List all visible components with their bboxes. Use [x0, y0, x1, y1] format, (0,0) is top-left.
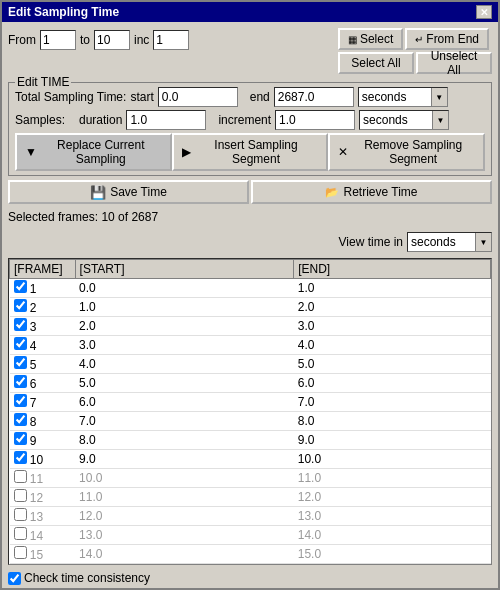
row-start: 3.0: [75, 336, 294, 355]
row-end: 9.0: [294, 431, 491, 450]
close-button[interactable]: ✕: [476, 5, 492, 19]
row-check-cell[interactable]: 11: [10, 469, 76, 488]
row-check-cell[interactable]: 7: [10, 393, 76, 412]
row-check-cell[interactable]: 3: [10, 317, 76, 336]
select-icon: ▦: [348, 34, 357, 45]
table-row[interactable]: 98.09.0: [10, 431, 491, 450]
row-check-cell[interactable]: 9: [10, 431, 76, 450]
view-unit-dropdown[interactable]: seconds ▼: [407, 232, 492, 252]
start-input[interactable]: [158, 87, 238, 107]
row-check-cell[interactable]: 5: [10, 355, 76, 374]
row-start: 2.0: [75, 317, 294, 336]
consistency-label: Check time consistency: [24, 571, 150, 585]
action-row: ▼ Replace Current Sampling ▶ Insert Samp…: [15, 133, 485, 171]
row-checkbox[interactable]: [14, 413, 27, 426]
row-checkbox[interactable]: [14, 394, 27, 407]
table-row[interactable]: 109.010.0: [10, 450, 491, 469]
increment-input[interactable]: [275, 110, 355, 130]
from-end-button[interactable]: ↵ From End: [405, 28, 489, 50]
table-row[interactable]: 54.05.0: [10, 355, 491, 374]
table-row[interactable]: 1312.013.0: [10, 507, 491, 526]
row-end: 4.0: [294, 336, 491, 355]
row-checkbox[interactable]: [14, 489, 27, 502]
row-start: 10.0: [75, 469, 294, 488]
table-row[interactable]: 10.01.0: [10, 279, 491, 298]
table-row[interactable]: 1514.015.0: [10, 545, 491, 564]
row-checkbox[interactable]: [14, 527, 27, 540]
table-row[interactable]: 1413.014.0: [10, 526, 491, 545]
row-start: 8.0: [75, 431, 294, 450]
start-label: start: [130, 90, 153, 104]
col-start: [START]: [75, 260, 294, 279]
row-check-cell[interactable]: 13: [10, 507, 76, 526]
row-check-cell[interactable]: 12: [10, 488, 76, 507]
retrieve-time-button[interactable]: 📂 Retrieve Time: [251, 180, 492, 204]
row-end: 6.0: [294, 374, 491, 393]
insert-sampling-button[interactable]: ▶ Insert Sampling Segment: [172, 133, 329, 171]
row-checkbox[interactable]: [14, 356, 27, 369]
row-frame: 4: [27, 339, 37, 353]
row-checkbox[interactable]: [14, 451, 27, 464]
row-checkbox[interactable]: [14, 375, 27, 388]
inc-input[interactable]: [153, 30, 189, 50]
row-check-cell[interactable]: 8: [10, 412, 76, 431]
frames-table[interactable]: [FRAME] [START] [END] 10.01.0 21.02.0 32…: [8, 258, 492, 565]
row-check-cell[interactable]: 6: [10, 374, 76, 393]
row-end: 14.0: [294, 526, 491, 545]
consistency-check-label[interactable]: Check time consistency: [8, 571, 150, 585]
replace-icon: ▼: [25, 145, 37, 159]
row-frame: 1: [27, 282, 37, 296]
row-check-cell[interactable]: 15: [10, 545, 76, 564]
remove-icon: ✕: [338, 145, 348, 159]
row-frame: 11: [27, 472, 44, 486]
row-checkbox[interactable]: [14, 318, 27, 331]
view-unit-arrow[interactable]: ▼: [475, 233, 491, 251]
row-checkbox[interactable]: [14, 470, 27, 483]
inc-label: inc: [134, 33, 149, 47]
row-checkbox[interactable]: [14, 337, 27, 350]
row-frame: 5: [27, 358, 37, 372]
remove-sampling-button[interactable]: ✕ Remove Sampling Segment: [328, 133, 485, 171]
inc-unit-dropdown[interactable]: seconds ▼: [359, 110, 449, 130]
table-row[interactable]: 21.02.0: [10, 298, 491, 317]
row-check-cell[interactable]: 1: [10, 279, 76, 298]
table-row[interactable]: 32.03.0: [10, 317, 491, 336]
table-row[interactable]: 43.04.0: [10, 336, 491, 355]
row-checkbox[interactable]: [14, 432, 27, 445]
end-unit-arrow[interactable]: ▼: [431, 88, 447, 106]
duration-input[interactable]: [126, 110, 206, 130]
select-all-button[interactable]: Select All: [338, 52, 414, 74]
from-input[interactable]: [40, 30, 76, 50]
row-end: 3.0: [294, 317, 491, 336]
row-checkbox[interactable]: [14, 280, 27, 293]
row-checkbox[interactable]: [14, 299, 27, 312]
retrieve-icon: 📂: [325, 186, 339, 199]
consistency-checkbox[interactable]: [8, 572, 21, 585]
row-check-cell[interactable]: 4: [10, 336, 76, 355]
end-input[interactable]: [274, 87, 354, 107]
row-check-cell[interactable]: 10: [10, 450, 76, 469]
unselect-all-button[interactable]: Unselect All: [416, 52, 492, 74]
table-row[interactable]: 76.07.0: [10, 393, 491, 412]
replace-sampling-button[interactable]: ▼ Replace Current Sampling: [15, 133, 172, 171]
row-checkbox[interactable]: [14, 508, 27, 521]
table-row[interactable]: 65.06.0: [10, 374, 491, 393]
table-row[interactable]: 1211.012.0: [10, 488, 491, 507]
select-button[interactable]: ▦ Select: [338, 28, 403, 50]
row-start: 1.0: [75, 298, 294, 317]
row-start: 11.0: [75, 488, 294, 507]
window-title: Edit Sampling Time: [8, 5, 119, 19]
row-check-cell[interactable]: 14: [10, 526, 76, 545]
row-start: 4.0: [75, 355, 294, 374]
row-check-cell[interactable]: 2: [10, 298, 76, 317]
table-row[interactable]: 1110.011.0: [10, 469, 491, 488]
inc-unit-arrow[interactable]: ▼: [432, 111, 448, 129]
row-start: 5.0: [75, 374, 294, 393]
view-time-row: View time in seconds ▼: [8, 230, 492, 254]
end-unit-dropdown[interactable]: seconds ▼: [358, 87, 448, 107]
table-row[interactable]: 87.08.0: [10, 412, 491, 431]
row-checkbox[interactable]: [14, 546, 27, 559]
save-time-button[interactable]: 💾 Save Time: [8, 180, 249, 204]
to-input[interactable]: [94, 30, 130, 50]
row-end: 7.0: [294, 393, 491, 412]
